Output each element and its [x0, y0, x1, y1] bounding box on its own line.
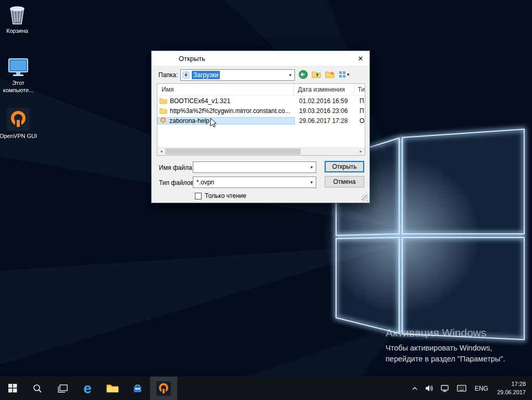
edge-button[interactable]: e [75, 377, 100, 400]
folder-combobox[interactable]: Загрузки ▾ [180, 69, 295, 81]
task-view-icon [58, 384, 68, 393]
edge-icon: e [83, 381, 92, 396]
downloads-icon [182, 71, 190, 79]
chevron-down-icon[interactable]: ▾ [307, 165, 316, 170]
file-list-header: Имя Дата изменения Ти [157, 84, 365, 96]
volume-icon [425, 384, 434, 392]
horizontal-scrollbar[interactable]: ◂ ▸ [157, 147, 365, 155]
resize-grip[interactable] [362, 195, 368, 202]
touch-keyboard-button[interactable] [453, 377, 470, 400]
this-pc-icon [0, 56, 39, 78]
filetype-label: Тип файлов: [159, 179, 195, 186]
filetype-combobox[interactable]: *.ovpn ▾ [193, 177, 316, 188]
file-type: П [356, 97, 365, 105]
views-menu-button[interactable]: ▾ [339, 70, 350, 79]
activation-line2: перейдите в раздел "Параметры". [386, 354, 505, 365]
file-date: 01.02.2016 16:59 [295, 97, 356, 105]
openvpn-taskbar-button[interactable] [150, 377, 177, 400]
store-bag-icon [132, 383, 143, 394]
folder-icon [159, 97, 167, 104]
readonly-checkbox[interactable] [195, 193, 202, 199]
file-list: Имя Дата изменения Ти BOOTICEx64_v1.321 … [157, 83, 365, 156]
dialog-title: Открыть [152, 55, 205, 63]
file-type: П [356, 107, 365, 115]
openvpn-icon [0, 107, 39, 131]
activation-line1: Чтобы активировать Windows, [386, 343, 505, 354]
activation-title: Активация Windows [386, 327, 505, 339]
chevron-down-icon[interactable]: ▾ [307, 180, 316, 185]
folder-icon [106, 383, 119, 393]
language-indicator[interactable]: ENG [470, 377, 493, 400]
taskbar: e [0, 377, 532, 400]
folder-icon [159, 107, 167, 114]
network-button[interactable] [437, 377, 453, 400]
filetype-value: *.ovpn [193, 179, 214, 186]
open-button[interactable]: Открыть [325, 161, 364, 172]
new-folder-button[interactable] [325, 70, 335, 79]
desktop-icon-label: OpenVPN GUI [0, 133, 39, 140]
dialog-toolbar: ▾ [299, 70, 350, 79]
task-view-button[interactable] [50, 377, 75, 400]
scroll-right-arrow[interactable]: ▸ [357, 148, 365, 155]
file-row-selected[interactable]: zaborona-help 29.06.2017 17:28 О [157, 116, 365, 126]
dialog-titlebar[interactable]: Открыть ✕ [152, 51, 369, 66]
chevron-down-icon: ▾ [347, 72, 350, 77]
back-button[interactable] [299, 70, 308, 79]
desktop-icon-label: Корзина [0, 28, 38, 35]
file-date: 29.06.2017 17:28 [295, 117, 356, 124]
file-explorer-button[interactable] [100, 377, 125, 400]
start-button[interactable] [0, 377, 25, 400]
close-icon[interactable]: ✕ [352, 55, 369, 63]
scrollbar-thumb[interactable] [165, 148, 301, 155]
network-icon [441, 385, 450, 392]
file-name: BOOTICEx64_v1.321 [170, 97, 230, 105]
windows-activation-watermark: Активация Windows Чтобы активировать Win… [386, 327, 505, 365]
search-icon [33, 384, 42, 393]
open-file-dialog: Открыть ✕ Папка: Загрузки ▾ [151, 51, 370, 203]
desktop-icon-recycle-bin[interactable]: Корзина [0, 4, 38, 35]
cancel-button[interactable]: Отмена [325, 176, 364, 188]
openvpn-file-icon [159, 117, 167, 124]
readonly-label: Только чтение [205, 192, 246, 199]
volume-button[interactable] [422, 377, 437, 400]
file-row[interactable]: BOOTICEx64_v1.321 01.02.2016 16:59 П [157, 96, 365, 106]
column-header-type[interactable]: Ти [354, 84, 365, 95]
windows-logo-icon [8, 384, 17, 393]
filename-label: Имя файла: [159, 164, 194, 171]
file-name: zaborona-help [169, 117, 209, 124]
file-type: О [356, 117, 365, 124]
system-tray: ENG 17:28 29.06.2017 [408, 377, 532, 400]
desktop-icon-openvpn-gui[interactable]: OpenVPN GUI [0, 107, 39, 140]
filename-input[interactable] [193, 163, 307, 171]
hidden-icons-button[interactable] [408, 377, 422, 400]
clock-date: 29.06.2017 [497, 389, 526, 396]
file-date: 19.03.2016 23:06 [295, 107, 356, 115]
folder-label: Папка: [158, 71, 178, 79]
file-name: http%3a%2f%2fcygwin.mirror.constant.co..… [170, 107, 290, 115]
openvpn-icon [156, 381, 171, 396]
keyboard-icon [457, 385, 466, 392]
current-folder: Загрузки [192, 71, 220, 79]
desktop-icon-label: Этот компьюте... [0, 80, 39, 94]
chevron-down-icon[interactable]: ▾ [286, 72, 294, 78]
recycle-bin-icon [0, 4, 38, 26]
search-button[interactable] [25, 377, 50, 400]
scroll-left-arrow[interactable]: ◂ [157, 148, 165, 155]
up-one-level-button[interactable] [312, 70, 321, 79]
readonly-option[interactable]: Только чтение [195, 192, 246, 199]
store-button[interactable] [125, 377, 150, 400]
file-row[interactable]: http%3a%2f%2fcygwin.mirror.constant.co..… [157, 106, 365, 116]
scrollbar-track[interactable] [165, 148, 357, 155]
filename-combobox[interactable]: ▾ [193, 161, 316, 173]
desktop-icon-this-pc[interactable]: Этот компьюте... [0, 56, 39, 94]
chevron-up-icon [412, 386, 418, 391]
column-header-name[interactable]: Имя [157, 84, 294, 95]
clock[interactable]: 17:28 29.06.2017 [493, 380, 532, 396]
clock-time: 17:28 [497, 380, 526, 388]
column-header-date[interactable]: Дата изменения [294, 84, 355, 95]
